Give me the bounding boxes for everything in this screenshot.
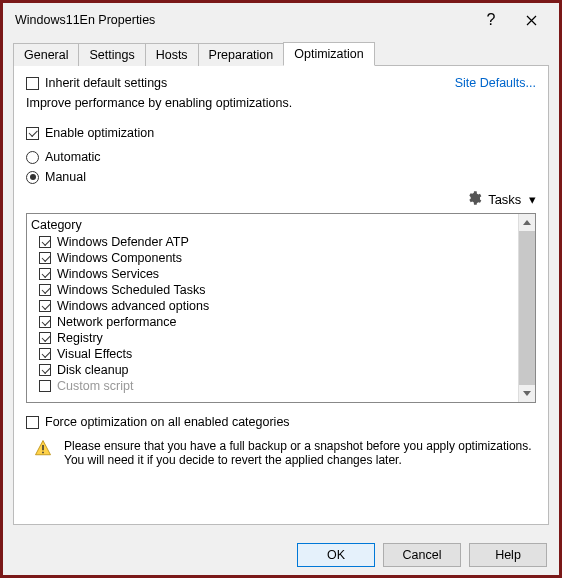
list-item[interactable]: Visual Effects <box>31 346 531 362</box>
list-item-label: Windows Components <box>57 251 182 265</box>
window-title: Windows11En Properties <box>15 13 471 27</box>
svg-rect-1 <box>42 452 44 454</box>
list-item-checkbox[interactable] <box>39 364 51 376</box>
properties-dialog: Windows11En Properties ? GeneralSettings… <box>3 3 559 575</box>
gear-icon <box>466 190 482 209</box>
help-button-titlebar[interactable]: ? <box>471 6 511 34</box>
warning-icon <box>34 439 54 460</box>
chevron-down-icon: ▾ <box>529 192 536 207</box>
close-button[interactable] <box>511 6 551 34</box>
scroll-up-button[interactable] <box>519 214 535 231</box>
list-item-checkbox[interactable] <box>39 316 51 328</box>
tab-panel-optimization: Inherit default settings Site Defaults..… <box>13 65 549 525</box>
list-item-checkbox[interactable] <box>39 268 51 280</box>
list-item-label: Registry <box>57 331 103 345</box>
scrollbar[interactable] <box>518 214 535 402</box>
list-item-label: Windows Defender ATP <box>57 235 189 249</box>
chevron-down-icon <box>523 391 531 396</box>
list-item-checkbox[interactable] <box>39 332 51 344</box>
list-item-checkbox[interactable] <box>39 348 51 360</box>
list-item[interactable]: Windows advanced options <box>31 298 531 314</box>
titlebar: Windows11En Properties ? <box>3 3 559 37</box>
svg-rect-0 <box>42 445 44 450</box>
tab-strip: GeneralSettingsHostsPreparationOptimizat… <box>13 41 549 65</box>
list-item-label: Windows Services <box>57 267 159 281</box>
warning-row: Please ensure that you have a full backu… <box>26 435 536 471</box>
inherit-label: Inherit default settings <box>45 76 167 90</box>
list-item-label: Windows advanced options <box>57 299 209 313</box>
content-area: GeneralSettingsHostsPreparationOptimizat… <box>3 37 559 535</box>
scroll-thumb[interactable] <box>519 231 535 385</box>
tab-preparation[interactable]: Preparation <box>198 43 285 66</box>
site-defaults-link[interactable]: Site Defaults... <box>455 76 536 90</box>
list-item[interactable]: Registry <box>31 330 531 346</box>
list-item[interactable]: Windows Defender ATP <box>31 234 531 250</box>
cancel-button[interactable]: Cancel <box>383 543 461 567</box>
help-button[interactable]: Help <box>469 543 547 567</box>
list-item-label: Custom script <box>57 379 133 393</box>
inherit-checkbox[interactable] <box>26 77 39 90</box>
list-item-label: Windows Scheduled Tasks <box>57 283 205 297</box>
list-item-checkbox[interactable] <box>39 252 51 264</box>
list-item[interactable]: Windows Components <box>31 250 531 266</box>
scroll-down-button[interactable] <box>519 385 535 402</box>
automatic-label: Automatic <box>45 150 101 164</box>
tasks-label: Tasks <box>488 192 521 207</box>
tab-settings[interactable]: Settings <box>78 43 145 66</box>
manual-label: Manual <box>45 170 86 184</box>
manual-radio[interactable] <box>26 171 39 184</box>
enable-optimization-checkbox[interactable] <box>26 127 39 140</box>
list-item-checkbox[interactable] <box>39 300 51 312</box>
automatic-radio[interactable] <box>26 151 39 164</box>
warning-text: Please ensure that you have a full backu… <box>64 439 532 467</box>
tab-general[interactable]: General <box>13 43 79 66</box>
list-item[interactable]: Custom script <box>31 378 531 394</box>
list-item[interactable]: Disk cleanup <box>31 362 531 378</box>
force-optimization-label: Force optimization on all enabled catego… <box>45 415 290 429</box>
close-icon <box>526 15 537 26</box>
list-item-checkbox[interactable] <box>39 236 51 248</box>
description-text: Improve performance by enabling optimiza… <box>26 96 536 110</box>
enable-optimization-label: Enable optimization <box>45 126 154 140</box>
dialog-buttons: OK Cancel Help <box>3 535 559 575</box>
category-listbox[interactable]: Category Windows Defender ATPWindows Com… <box>26 213 536 403</box>
force-optimization-checkbox[interactable] <box>26 416 39 429</box>
list-item-checkbox[interactable] <box>39 284 51 296</box>
list-item[interactable]: Windows Services <box>31 266 531 282</box>
tab-hosts[interactable]: Hosts <box>145 43 199 66</box>
ok-button[interactable]: OK <box>297 543 375 567</box>
list-item-label: Disk cleanup <box>57 363 129 377</box>
chevron-up-icon <box>523 220 531 225</box>
list-item-label: Network performance <box>57 315 177 329</box>
list-item[interactable]: Windows Scheduled Tasks <box>31 282 531 298</box>
tab-optimization[interactable]: Optimization <box>283 42 374 66</box>
tasks-menu[interactable]: Tasks ▾ <box>488 192 536 207</box>
category-header: Category <box>31 216 531 234</box>
list-item-label: Visual Effects <box>57 347 132 361</box>
list-item[interactable]: Network performance <box>31 314 531 330</box>
list-item-checkbox[interactable] <box>39 380 51 392</box>
